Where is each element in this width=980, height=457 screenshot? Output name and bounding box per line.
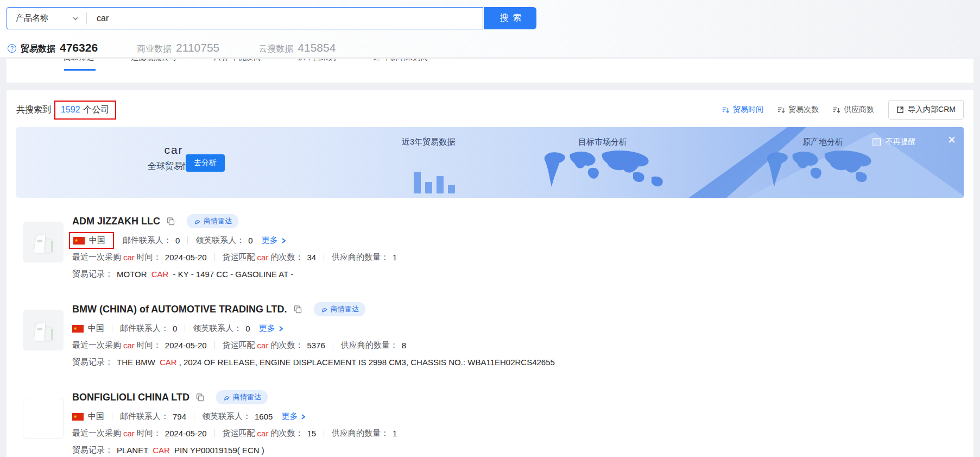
sort-trade-count[interactable]: 贸易次数 [777,105,819,115]
keyword-highlight: car [257,253,269,262]
divider [185,324,185,333]
company-card: BONFIGLIOLI CHINA LTD 商情雷达 ★ 中国 邮件联系人： [16,390,964,455]
search-category-select[interactable]: 产品名称 [7,13,86,23]
filter-tab-logistics[interactable]: 过滤物流公司 [131,59,176,62]
sort-trade-time[interactable]: 贸易时间 [722,105,763,115]
keyword-highlight: CAR [160,358,177,367]
radar-badge[interactable]: 商情雷达 [187,214,238,228]
linkedin-contacts-label: 领英联系人： [193,323,242,334]
sort-supplier-count[interactable]: 供应商数 [833,105,874,115]
tab-trade-data[interactable]: 贸易数据 476326 [21,41,98,55]
purchase-prefix: 最近一次采购 [72,252,121,262]
email-contacts-label: 邮件联系人： [120,411,169,422]
results-panel: 共搜索到 1592 个公司 贸易时间 贸易次数 [7,90,973,457]
sort-icon [833,106,840,114]
filter-tab-quality[interactable]: 只看 个优质商 [213,59,261,62]
more-label: 更多 [281,411,298,422]
company-body: ADM JIZZAKH LLC 商情雷达 ★ 中国 邮件联系人： 0 [72,214,964,279]
purchase-prefix: 最近一次采购 [72,340,121,350]
trade-analysis-banner: car 全球贸易情况 去分析 近3年贸易数据 目标市场分析 原产地分析 [16,127,964,198]
annotation-box: ★ 中国 [69,232,114,249]
more-link[interactable]: 更多 [281,411,306,422]
sort-icon [777,106,785,114]
record-text: PLANET [117,446,150,455]
company-thumbnail[interactable] [23,398,64,439]
active-tab-indicator [64,69,96,71]
match-prefix: 货运匹配 [223,340,255,350]
filter-tab-advanced[interactable]: 高级筛选 [64,59,94,62]
filter-tab-new-buyers[interactable]: 近 年新增采购商 [373,59,428,62]
chevron-right-icon [300,414,306,420]
more-link[interactable]: 更多 [259,323,284,334]
world-map-icon [538,149,668,197]
email-contacts-value: 0 [175,236,180,245]
import-icon [896,106,904,114]
tab-business-data[interactable]: 商业数据 2110755 [137,41,219,55]
import-crm-label: 导入内部CRM [908,105,956,115]
tab-trade-data-label: 贸易数据 [21,43,55,55]
tab-business-data-label: 商业数据 [137,43,172,55]
supplier-label: 供应商的数量： [332,252,389,262]
radar-badge[interactable]: 商情雷达 [314,302,365,316]
close-icon[interactable]: ✕ [947,135,956,145]
search-input[interactable]: car [87,14,109,23]
chevron-down-icon [72,15,79,22]
china-flag-icon: ★ [72,325,84,333]
annotation-box: 1592 个公司 [54,101,116,120]
product-image [27,314,60,347]
radar-icon [222,392,231,402]
supplier-count: 8 [402,341,406,350]
email-contacts-label: 邮件联系人： [123,235,172,246]
company-thumbnail[interactable] [23,222,64,262]
sort-supplier-count-label: 供应商数 [844,105,874,115]
purchase-suffix: 时间： [137,340,161,350]
sort-controls: 贸易时间 贸易次数 供应商数 导入内部CRM [722,100,964,120]
copy-icon[interactable] [167,217,175,226]
company-name[interactable]: BONFIGLIOLI CHINA LTD [72,392,189,403]
trade-record-row: 贸易记录： THE BMW CAR , 2024 OF RELEASE, ENG… [72,357,964,367]
company-name[interactable]: ADM JIZZAKH LLC [72,216,160,227]
email-contacts-value: 0 [173,324,177,333]
radar-badge[interactable]: 商情雷达 [216,390,268,404]
supplier-count: 1 [393,253,397,262]
match-count: 5376 [307,341,325,350]
chevron-right-icon [277,325,284,332]
copy-icon[interactable] [294,305,302,314]
record-text: MOTOR [117,270,149,279]
supplier-label: 供应商的数量： [332,428,389,439]
company-thumbnail[interactable] [23,310,64,350]
divider [112,324,112,333]
dismiss-checkbox[interactable] [872,138,881,146]
results-count-number: 1592 [61,105,80,115]
tab-cloud-search-data[interactable]: 云搜数据 415854 [258,41,336,55]
divider [187,236,188,245]
company-name[interactable]: BMW (CHINA) of AUTOMOTIVE TRADING LTD. [72,304,287,315]
radar-icon [319,304,328,314]
dismiss-label: 不再提醒 [886,137,916,147]
dismiss-control: 不再提醒 [872,137,916,147]
mini-bar-chart [414,153,457,193]
match-prefix: 货运匹配 [223,252,255,262]
copy-icon[interactable] [196,393,204,402]
record-text: , 2024 OF RELEASE, ENGINE DISPLACEMENT I… [179,358,555,367]
linkedin-contacts-value: 0 [245,324,250,333]
analyze-button[interactable]: 去分析 [186,154,225,172]
purchase-prefix: 最近一次采购 [72,428,121,439]
record-label: 贸易记录： [72,269,113,279]
company-body: BONFIGLIOLI CHINA LTD 商情雷达 ★ 中国 邮件联系人： [72,390,964,455]
tab-trade-data-count: 476326 [60,41,98,54]
company-body: BMW (CHINA) of AUTOMOTIVE TRADING LTD. 商… [72,302,964,367]
keyword-highlight: CAR [151,270,169,279]
banner-market-title: 目标市场分析 [578,137,627,147]
more-label: 更多 [259,323,275,334]
keyword-highlight: car [257,341,269,350]
keyword-highlight: car [257,429,269,438]
more-link[interactable]: 更多 [262,235,287,246]
import-crm-button[interactable]: 导入内部CRM [888,100,964,120]
help-icon[interactable]: ? [8,44,16,53]
bar [437,176,444,193]
radar-badge-label: 商情雷达 [204,216,232,226]
filter-tab-china[interactable]: 从中国采购 [298,59,336,62]
search-button[interactable]: 搜索 [484,7,536,29]
banner-chart-title: 近3年贸易数据 [402,137,455,147]
